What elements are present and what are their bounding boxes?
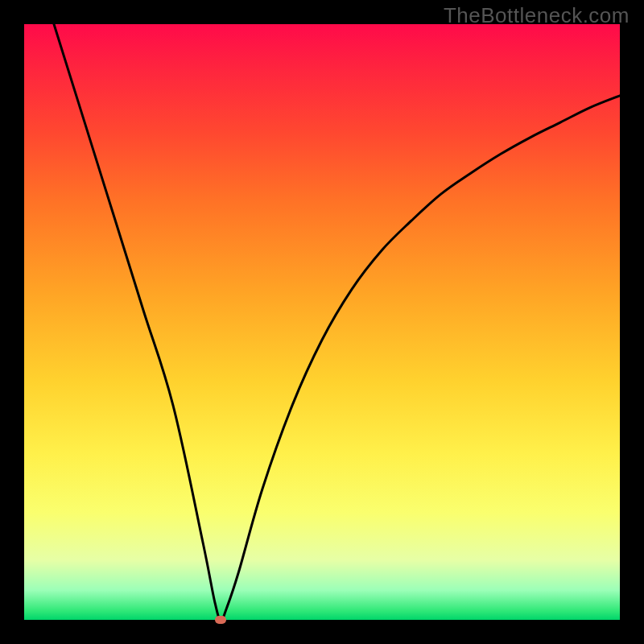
bottleneck-curve [24, 24, 620, 620]
plot-area [24, 24, 620, 620]
minimum-marker [215, 616, 226, 624]
chart-frame: TheBottleneck.com [0, 0, 644, 644]
